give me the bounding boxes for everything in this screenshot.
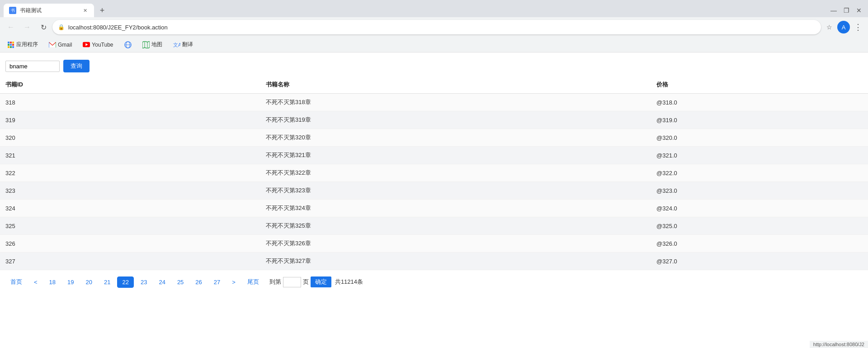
bookmark-translate[interactable]: 文A 翻译	[170, 39, 197, 50]
cell-id: 326	[0, 235, 260, 253]
cell-name: 不死不灭第327章	[260, 253, 651, 270]
total-count-text: 共11214条	[335, 278, 363, 286]
page-number-link-19[interactable]: 19	[62, 276, 79, 288]
cell-name: 不死不灭第318章	[260, 94, 651, 111]
cell-id: 322	[0, 164, 260, 182]
page-number-link-25[interactable]: 25	[172, 276, 189, 288]
back-button[interactable]: ←	[4, 20, 18, 34]
page-number-link-20[interactable]: 20	[81, 276, 97, 288]
gmail-icon	[49, 41, 56, 48]
svg-rect-0	[8, 42, 9, 43]
bookmark-youtube[interactable]: YouTube	[79, 40, 117, 50]
cell-price: @323.0	[651, 182, 868, 200]
cell-id: 325	[0, 217, 260, 235]
bookmark-gmail[interactable]: Gmail	[45, 40, 75, 50]
forward-button[interactable]: →	[20, 20, 34, 34]
svg-rect-8	[12, 46, 14, 48]
browser-chrome: 书 书籍测试 ✕ + — ❐ ✕ ← → ↻ 🔒 localhost:8080/…	[0, 0, 868, 52]
cell-id: 318	[0, 94, 260, 111]
svg-rect-1	[10, 42, 12, 43]
goto-suffix-label: 页	[303, 278, 309, 286]
page-number-link-23[interactable]: 23	[136, 276, 152, 288]
col-header-id: 书籍ID	[0, 76, 260, 94]
tab-title: 书籍测试	[20, 7, 78, 14]
pagination: 首页 < 18192021222324252627 > 尾页 到第 页 确定 共…	[0, 270, 868, 294]
bookmark-apps[interactable]: 应用程序	[4, 39, 42, 50]
profile-button[interactable]: A	[837, 21, 850, 33]
prev-page-link[interactable]: <	[29, 276, 42, 288]
address-bar[interactable]: 🔒 localhost:8080/J2EE_FY2/book.action	[52, 20, 821, 34]
cell-price: @324.0	[651, 200, 868, 217]
table-row: 327 不死不灭第327章 @327.0	[0, 253, 868, 270]
table-row: 322 不死不灭第322章 @322.0	[0, 164, 868, 182]
table-row: 323 不死不灭第323章 @323.0	[0, 182, 868, 200]
cell-id: 323	[0, 182, 260, 200]
last-page-link[interactable]: 尾页	[242, 276, 264, 288]
bookmark-map-label: 地图	[151, 41, 162, 48]
cell-id: 321	[0, 147, 260, 164]
goto-prefix-label: 到第	[269, 278, 281, 286]
page-number-link-27[interactable]: 27	[209, 276, 225, 288]
bookmark-globe[interactable]	[121, 40, 135, 50]
cell-price: @326.0	[651, 235, 868, 253]
bookmark-gmail-label: Gmail	[58, 42, 72, 48]
cell-price: @325.0	[651, 217, 868, 235]
menu-button[interactable]: ⋮	[852, 21, 864, 33]
svg-rect-5	[12, 44, 14, 46]
bookmark-translate-label: 翻译	[182, 41, 193, 48]
cell-name: 不死不灭第320章	[260, 129, 651, 147]
tab-close-button[interactable]: ✕	[81, 7, 89, 14]
cell-price: @318.0	[651, 94, 868, 111]
cell-name: 不死不灭第319章	[260, 111, 651, 129]
window-controls: — ❐ ✕	[828, 5, 864, 16]
search-button[interactable]: 查询	[63, 60, 90, 72]
close-window-button[interactable]: ✕	[854, 5, 864, 16]
data-table: 书籍ID 书籍名称 价格 318 不死不灭第318章 @318.0 319 不死…	[0, 76, 868, 270]
bookmark-star-button[interactable]: ☆	[823, 21, 835, 33]
next-page-link[interactable]: >	[227, 276, 241, 288]
tab-favicon: 书	[9, 7, 16, 14]
svg-text:文A: 文A	[173, 42, 180, 48]
first-page-link[interactable]: 首页	[5, 276, 27, 288]
apps-icon	[7, 41, 14, 48]
page-number-link-18[interactable]: 18	[44, 276, 61, 288]
page-number-link-21[interactable]: 21	[99, 276, 115, 288]
svg-rect-7	[10, 46, 12, 48]
cell-price: @322.0	[651, 164, 868, 182]
cell-name: 不死不灭第323章	[260, 182, 651, 200]
table-row: 326 不死不灭第326章 @326.0	[0, 235, 868, 253]
tab-bar: 书 书籍测试 ✕ + — ❐ ✕	[0, 0, 868, 17]
minimize-button[interactable]: —	[828, 5, 839, 16]
secure-icon: 🔒	[58, 24, 65, 30]
cell-name: 不死不灭第324章	[260, 200, 651, 217]
page-number-link-22[interactable]: 22	[117, 276, 133, 288]
goto-confirm-button[interactable]: 确定	[311, 276, 331, 287]
cell-id: 327	[0, 253, 260, 270]
cell-id: 319	[0, 111, 260, 129]
svg-rect-3	[8, 44, 9, 46]
bookmark-map[interactable]: 地图	[139, 39, 166, 50]
bookmark-apps-label: 应用程序	[16, 41, 38, 48]
cell-id: 324	[0, 200, 260, 217]
cell-name: 不死不灭第325章	[260, 217, 651, 235]
new-tab-button[interactable]: +	[96, 4, 108, 17]
table-row: 318 不死不灭第318章 @318.0	[0, 94, 868, 111]
page-number-link-24[interactable]: 24	[154, 276, 170, 288]
table-row: 320 不死不灭第320章 @320.0	[0, 129, 868, 147]
cell-price: @321.0	[651, 147, 868, 164]
table-row: 325 不死不灭第325章 @325.0	[0, 217, 868, 235]
cell-name: 不死不灭第322章	[260, 164, 651, 182]
active-tab[interactable]: 书 书籍测试 ✕	[4, 4, 94, 17]
svg-marker-17	[142, 41, 150, 48]
page-content: 查询 书籍ID 书籍名称 价格 318 不死不灭第318章 @318.0 319…	[0, 52, 868, 297]
reload-button[interactable]: ↻	[36, 20, 51, 34]
page-number-link-26[interactable]: 26	[190, 276, 207, 288]
globe-icon	[124, 41, 132, 48]
cell-name: 不死不灭第321章	[260, 147, 651, 164]
cell-price: @320.0	[651, 129, 868, 147]
col-header-name: 书籍名称	[260, 76, 651, 94]
map-icon	[142, 41, 150, 48]
search-input[interactable]	[5, 61, 60, 72]
goto-page-input[interactable]	[283, 277, 301, 287]
maximize-button[interactable]: ❐	[841, 5, 852, 16]
